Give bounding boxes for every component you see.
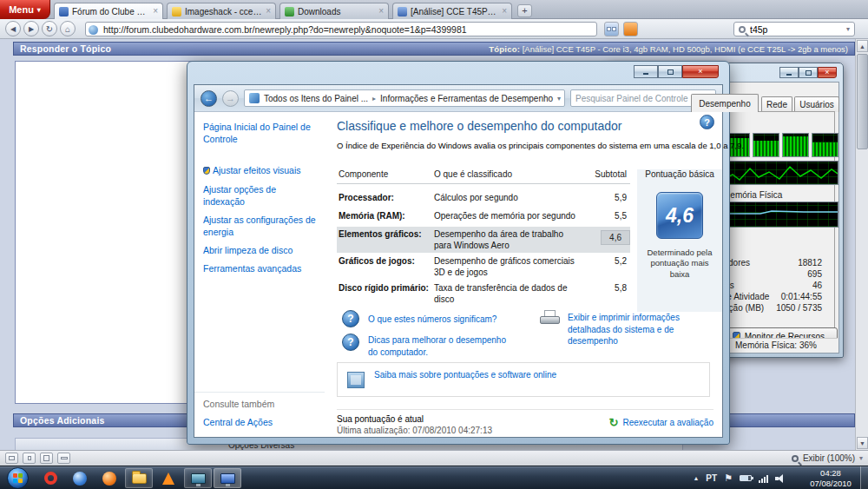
tab-desempenho[interactable]: Desempenho [691,94,759,112]
link-learn-online[interactable]: Saiba mais sobre pontuações e software o… [374,369,561,381]
search-input[interactable] [575,94,704,103]
topic-title: [Análise] CCE T45P - Core i3, 4gb RAM, H… [523,44,848,54]
search-input[interactable] [750,24,842,35]
component-score: 5,9 [615,193,627,202]
link-print-details[interactable]: Exibir e imprimir informações detalhadas… [568,312,720,347]
windows-logo-icon [13,473,23,483]
sidebar: Página Inicial do Painel de Controle Aju… [194,112,325,437]
taskbar-app-icon-blue[interactable] [66,468,94,488]
taskbar: ▲ PT ⚑ 04:28 07/08/2010 [0,466,868,489]
breadcrumb-segment-current[interactable]: Informações e Ferramentas de Desempenho [380,94,553,103]
monitor-icon [191,473,206,484]
taskbar-firefox-icon[interactable] [95,468,123,488]
sidebar-item-advanced-tools[interactable]: Ferramentas avançadas [203,262,318,274]
minimize-button[interactable] [634,65,658,78]
close-icon[interactable]: × [266,7,271,16]
chevron-down-icon: ▾ [846,25,850,33]
clock[interactable]: 04:28 07/08/2010 [804,468,858,489]
bookmarks-panel-icon[interactable] [23,453,36,464]
table-row-primary-disk[interactable]: Disco rígido primário: Taxa de transferê… [337,281,630,307]
table-row-processor[interactable]: Processador: Cálculos por segundo 5,9 [337,190,630,208]
scroll-down-icon[interactable]: ▼ [857,437,868,449]
sidebar-item-indexing[interactable]: Ajustar opções de indexação [203,183,318,208]
reload-button[interactable]: ↻ [42,21,57,36]
history-panel-icon[interactable] [57,453,70,464]
close-button[interactable]: × [818,67,837,78]
table-row-graphics[interactable]: Elementos gráficos: Desempenho da área d… [337,227,630,253]
close-icon[interactable]: × [378,7,384,16]
refresh-icon: ↻ [609,417,619,428]
tab-label: [Análise] CCE T45P - C... [411,7,498,17]
table-row-memory[interactable]: Memória (RAM): Operações de memória por … [337,208,630,226]
link-what-numbers[interactable]: O que estes números significam? [368,314,496,326]
scrollbar[interactable]: ▲ ▼ [855,39,868,450]
taskbar-taskmanager-icon[interactable] [184,468,212,488]
tab-imageshack[interactable]: Imageshack - ccet45pc... × [167,3,276,19]
stat-value: 46 [761,281,822,290]
stat-value: 1050 / 5735 [761,303,822,313]
tab-favicon [59,7,69,17]
taskbar-opera-icon[interactable] [36,468,64,488]
tab-analise[interactable]: [Análise] CCE T45P - C... × [392,3,512,19]
search-box[interactable]: ▾ [733,22,855,36]
minimize-button[interactable] [779,67,799,78]
sidebar-item-visual-effects[interactable]: Ajustar efeitos visuais [203,164,318,176]
new-tab-button[interactable]: + [517,4,532,17]
opera-menu-button[interactable]: Menu ▾ [0,0,50,19]
help-icon[interactable]: ? [700,115,714,129]
feed-icon[interactable] [623,22,638,36]
network-icon[interactable] [759,474,768,483]
volume-icon[interactable] [775,474,785,483]
close-icon[interactable]: × [502,7,507,16]
action-center-icon[interactable]: ⚑ [724,473,733,483]
battery-icon[interactable] [740,475,752,481]
maximize-button[interactable] [799,67,818,78]
notes-panel-icon[interactable] [40,453,53,464]
scroll-up-icon[interactable]: ▲ [857,40,868,52]
home-button[interactable]: ⌂ [60,21,76,36]
start-button[interactable] [7,467,29,489]
performance-window[interactable]: × ← → Todos os Itens do Painel ... ▸ Inf… [187,61,730,445]
component-desc: Cálculos por segundo [434,193,580,204]
scrollbar-thumb[interactable] [857,54,868,149]
zoom-control[interactable]: Exibir (100%) ▾ [792,453,863,463]
help-icon[interactable]: ? [342,334,359,351]
speed-dial-icon[interactable] [604,22,619,36]
system-tray: ▲ PT ⚑ [693,466,785,489]
component-score: 5,8 [615,283,627,293]
breadcrum-segment-root[interactable]: Todos os Itens do Painel ... [264,94,368,103]
link-tips[interactable]: Dicas para melhorar o desempenho do comp… [368,334,507,358]
help-icon[interactable]: ? [342,310,359,327]
back-button[interactable]: ◀ [5,21,21,36]
cpu-core-graph [753,133,779,157]
sidebar-item-action-center[interactable]: Central de Ações [203,416,318,428]
tab-rede[interactable]: Rede [761,96,792,112]
component-desc: Desempenho de gráficos comerciais 3D e d… [434,256,580,278]
forward-button[interactable]: ▶ [23,21,39,36]
rerun-assessment-link[interactable]: ↻ Reexecutar a avaliação [609,417,713,428]
breadcrumb[interactable]: Todos os Itens do Painel ... ▸ Informaçõ… [244,89,565,107]
tab-forum[interactable]: Fórum do Clube do Ha... × [54,3,163,19]
table-row-gaming-graphics[interactable]: Gráficos de jogos: Desempenho de gráfico… [337,254,630,280]
close-icon[interactable]: × [153,7,158,16]
tab-usuarios[interactable]: Usuários [794,96,839,112]
score-table: Componente O que é classificado Subtotal… [337,169,722,312]
forward-button[interactable]: → [222,90,239,107]
show-desktop-button[interactable] [860,466,868,489]
chevron-down-icon: ▾ [859,454,863,462]
tab-downloads[interactable]: Downloads × [279,3,389,19]
taskbar-controlpanel-icon[interactable] [214,468,241,488]
close-button[interactable]: × [682,65,719,78]
back-button[interactable]: ← [201,90,217,107]
maximize-button[interactable] [658,65,682,78]
hidden-icons-chevron[interactable]: ▲ [693,475,699,481]
taskbar-explorer-icon[interactable] [125,468,153,488]
sidebar-item-power[interactable]: Ajustar as configurações de energia [203,214,318,238]
language-indicator[interactable]: PT [706,473,717,483]
address-bar[interactable] [85,22,597,36]
panels-toggle-icon[interactable] [5,453,18,464]
sidebar-item-disk-cleanup[interactable]: Abrir limpeza de disco [203,244,318,256]
taskbar-media-icon[interactable] [155,468,182,488]
sidebar-item-home[interactable]: Página Inicial do Painel de Controle [203,121,318,145]
monitor-icon [220,473,235,484]
